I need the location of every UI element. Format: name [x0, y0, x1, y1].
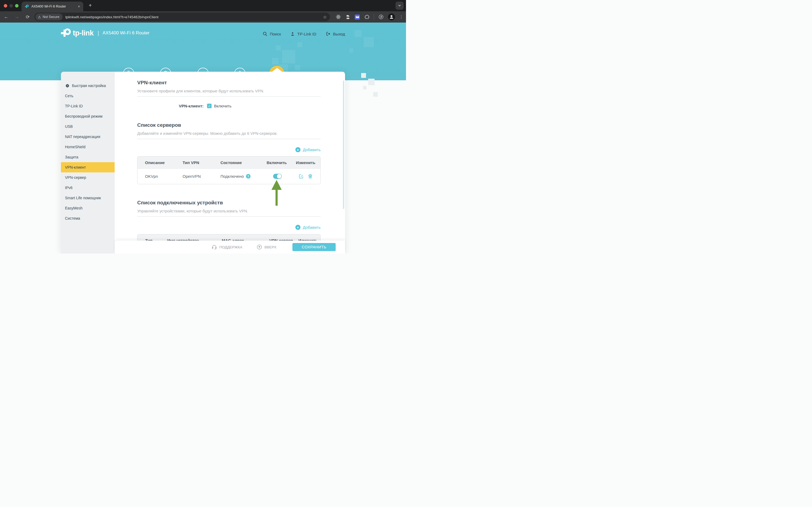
support-button[interactable]: ПОДДЕРЖКА [211, 241, 242, 253]
url-text: tplinkwifi.net/webpages/index.html?t=e74… [65, 15, 159, 19]
server-status: Подключено [221, 174, 244, 179]
add-device-label: Добавить [303, 225, 321, 230]
sidebar-item-tplink-id[interactable]: TP-Link ID [61, 101, 115, 111]
sidebar-item-smart-life[interactable]: Smart Life помощник [61, 193, 115, 203]
header-tplink-id-button[interactable]: TP-Link ID [290, 32, 316, 37]
sidebar-item-usb[interactable]: USB [61, 121, 115, 131]
browser-menu-icon[interactable]: ⋮ [399, 14, 403, 19]
quick-setup-gear-icon [65, 83, 70, 88]
tplink-id-label: TP-Link ID [297, 32, 316, 36]
server-enable-toggle[interactable] [273, 174, 282, 179]
ruler-extension-icon[interactable] [355, 14, 360, 19]
decorative-square [363, 86, 366, 90]
status-help-icon[interactable]: ? [246, 174, 250, 179]
settings-panel: Быстрая настройка Сеть TP-Link ID Беспро… [61, 72, 345, 253]
search-icon [263, 31, 268, 37]
extensions-puzzle-icon[interactable] [364, 14, 369, 19]
window-minimize-button[interactable] [9, 4, 13, 7]
window-close-button[interactable] [4, 4, 7, 7]
sidebar-item-homeshield[interactable]: HomeShield [61, 142, 115, 152]
col-status: Состояние [221, 160, 267, 165]
scroll-up-button[interactable]: ВВЕРХ [256, 241, 276, 253]
vpn-client-enable-checkbox[interactable]: ✓ [207, 104, 212, 108]
sidebar-item-easymesh[interactable]: EasyMesh [61, 203, 115, 213]
profile-avatar[interactable] [388, 13, 395, 20]
vpn-client-page: VPN-клиент Установите профили для клиент… [115, 72, 345, 253]
vpn-client-field-label: VPN-клиент: [137, 104, 204, 108]
window-zoom-button[interactable] [15, 4, 18, 7]
person-icon [290, 32, 295, 37]
annotation-arrow-up [272, 180, 282, 206]
brand-name: tp-link [73, 29, 94, 37]
react-devtools-extension-icon[interactable] [336, 14, 341, 19]
address-bar[interactable]: ⚠ Not Secure tplinkwifi.net/webpages/ind… [35, 13, 330, 21]
back-button[interactable]: ← [3, 14, 10, 19]
decorative-square [368, 79, 374, 85]
add-server-button[interactable]: + Добавить [137, 147, 321, 152]
edit-icon[interactable] [298, 173, 304, 179]
sidebar-item-system[interactable]: Система [61, 213, 115, 223]
support-label: ПОДДЕРЖКА [219, 245, 242, 249]
forward-button[interactable]: → [13, 14, 20, 19]
search-label: Поиск [270, 32, 281, 36]
divider [137, 216, 321, 217]
performance-energy-icon[interactable] [379, 14, 384, 19]
server-table: Описание Тип VPN Состояние Включить Изме… [137, 156, 321, 184]
sidebar-item-quick-setup[interactable]: Быстрая настройка [61, 80, 115, 91]
sidebar-item-label: Система [65, 216, 80, 220]
new-tab-button[interactable]: + [87, 2, 94, 9]
bookmark-star-icon[interactable]: ☆ [323, 14, 327, 19]
sidebar-item-security[interactable]: Защита [61, 152, 115, 162]
sidebar-item-network[interactable]: Сеть [61, 91, 115, 101]
logout-label: Выход [333, 32, 345, 36]
page-description: Установите профили для клиентов, которые… [137, 89, 321, 93]
tplink-logo-icon [61, 28, 71, 38]
sidebar-item-label: EasyMesh [65, 206, 82, 210]
decorative-square [361, 73, 366, 78]
sidebar-item-nat[interactable]: NAT переадресация [61, 131, 115, 142]
page-footer: ПОДДЕРЖКА ВВЕРХ СОХРАНИТЬ [115, 241, 345, 253]
security-chip[interactable]: ⚠ Not Secure [36, 13, 63, 20]
sidebar-item-vpn-server[interactable]: VPN-сервер [61, 172, 115, 183]
delete-icon[interactable] [307, 173, 313, 179]
header-logout-button[interactable]: Выход [326, 31, 345, 37]
col-vpn-type: Тип VPN [183, 160, 221, 165]
device-list-title: Список подключенных устройств [137, 200, 321, 206]
add-device-button[interactable]: + Добавить [137, 225, 321, 230]
sidebar-item-vpn-client[interactable]: VPN-клиент [61, 162, 115, 172]
sidebar-item-label: Smart Life помощник [65, 196, 101, 200]
sidebar-item-label: NAT переадресация [65, 134, 100, 139]
check-icon: ✓ [208, 104, 211, 108]
sidebar-item-label: Защита [65, 155, 78, 159]
sidebar-item-label: TP-Link ID [65, 104, 83, 108]
server-table-row: OKVpn OpenVPN Подключено ? [137, 168, 321, 184]
headset-icon [211, 244, 217, 250]
col-enable: Включить [267, 160, 296, 165]
tab-close-icon[interactable]: × [78, 4, 80, 9]
brand-block: tp-link | AX5400 Wi-Fi 6 Router [61, 28, 150, 38]
tab-search-button[interactable] [396, 2, 404, 10]
toggle-knob [277, 174, 281, 179]
product-title: AX5400 Wi-Fi 6 Router [103, 30, 150, 36]
brand-separator: | [98, 30, 99, 36]
arrow-shaft [276, 190, 278, 206]
decorative-square [373, 92, 378, 97]
security-label: Not Secure [43, 15, 60, 19]
panel-scrollbar-thumb[interactable] [343, 80, 344, 209]
save-button[interactable]: СОХРАНИТЬ [292, 243, 336, 251]
toolbar-separator [374, 14, 374, 19]
sidebar-item-label: HomeShield [65, 145, 85, 149]
header-search-button[interactable]: Поиск [263, 31, 281, 37]
user-agent-switcher-extension-icon[interactable] [345, 14, 350, 19]
warning-icon: ⚠ [38, 15, 41, 19]
sidebar-item-label: VPN-сервер [65, 175, 86, 180]
reload-button[interactable]: ⟳ [24, 14, 31, 20]
col-edit: Изменить [296, 160, 321, 165]
sidebar-item-wireless[interactable]: Беспроводной режим [61, 111, 115, 121]
sidebar-item-ipv6[interactable]: IPv6 [61, 183, 115, 193]
add-server-label: Добавить [303, 148, 321, 152]
browser-tab[interactable]: AX5400 Wi-Fi 6 Router × [21, 2, 83, 11]
sidebar-item-label: IPv6 [65, 185, 72, 190]
divider [137, 139, 321, 139]
window-controls [4, 4, 18, 7]
